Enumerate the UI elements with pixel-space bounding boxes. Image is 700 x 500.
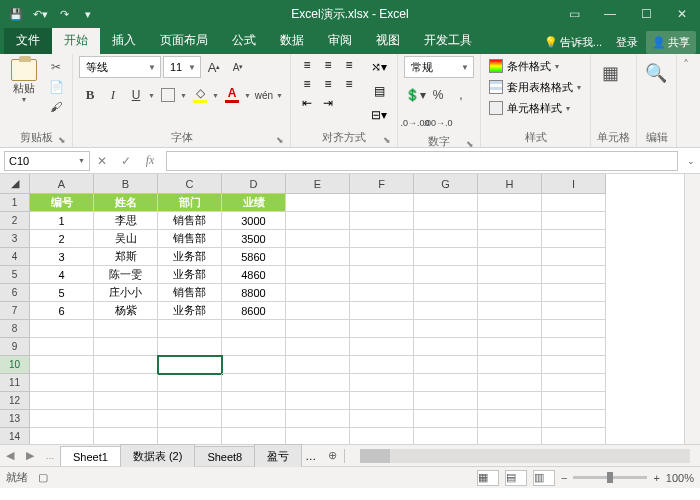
cell[interactable]: 4860 [222, 266, 286, 284]
row-header[interactable]: 9 [0, 338, 30, 356]
cell[interactable]: 6 [30, 302, 94, 320]
redo-icon[interactable]: ↷ [54, 4, 74, 24]
cell[interactable] [542, 284, 606, 302]
cell[interactable] [286, 320, 350, 338]
sheet-tab[interactable]: Sheet1 [60, 446, 121, 466]
cell[interactable]: 2 [30, 230, 94, 248]
col-header[interactable]: D [222, 174, 286, 194]
cell[interactable] [414, 302, 478, 320]
zoom-in-icon[interactable]: + [653, 472, 659, 484]
format-table-button[interactable]: 套用表格格式▾ [487, 77, 583, 97]
cell[interactable] [350, 212, 414, 230]
cell[interactable] [414, 248, 478, 266]
cell[interactable] [222, 338, 286, 356]
row-header[interactable]: 8 [0, 320, 30, 338]
tab-formulas[interactable]: 公式 [220, 28, 268, 54]
sheet-tab[interactable]: 盈亏 [254, 444, 302, 467]
tab-file[interactable]: 文件 [4, 28, 52, 54]
cell[interactable]: 业务部 [158, 302, 222, 320]
macro-record-icon[interactable]: ▢ [38, 471, 48, 484]
cell[interactable]: 吴山 [94, 230, 158, 248]
cell[interactable] [414, 284, 478, 302]
grow-font-icon[interactable]: A▴ [203, 56, 225, 78]
cell[interactable] [158, 428, 222, 444]
col-header[interactable]: G [414, 174, 478, 194]
cell[interactable] [542, 410, 606, 428]
minimize-icon[interactable]: — [592, 0, 628, 28]
zoom-level[interactable]: 100% [666, 472, 694, 484]
cell[interactable] [30, 410, 94, 428]
share-button[interactable]: 👤共享 [646, 31, 696, 54]
cell[interactable] [478, 248, 542, 266]
sheet-tab[interactable]: 数据表 (2) [120, 444, 196, 467]
cell[interactable] [350, 266, 414, 284]
currency-button[interactable]: 💲▾ [404, 84, 426, 106]
row-header[interactable]: 11 [0, 374, 30, 392]
tell-me[interactable]: 💡告诉我... [538, 31, 608, 54]
cell[interactable] [286, 194, 350, 212]
cell[interactable] [30, 428, 94, 444]
tab-view[interactable]: 视图 [364, 28, 412, 54]
cell[interactable] [542, 356, 606, 374]
sheet-tab[interactable]: Sheet8 [194, 446, 255, 466]
row-header[interactable]: 3 [0, 230, 30, 248]
zoom-slider[interactable] [573, 476, 647, 479]
close-icon[interactable]: ✕ [664, 0, 700, 28]
cell[interactable]: 1 [30, 212, 94, 230]
cell[interactable] [350, 320, 414, 338]
cell[interactable] [222, 392, 286, 410]
number-format-combo[interactable]: 常规▼ [404, 56, 474, 78]
wrap-text-button[interactable]: ▤ [367, 80, 391, 102]
cell[interactable]: 庄小小 [94, 284, 158, 302]
tab-review[interactable]: 审阅 [316, 28, 364, 54]
sheet-nav-next-icon[interactable]: ▶ [20, 449, 40, 462]
cell[interactable] [542, 320, 606, 338]
align-bottom-icon[interactable]: ≡ [339, 56, 359, 74]
cell[interactable] [286, 266, 350, 284]
cell[interactable] [542, 428, 606, 444]
cell[interactable]: 业务部 [158, 266, 222, 284]
cell[interactable] [414, 428, 478, 444]
cell[interactable] [286, 392, 350, 410]
row-header[interactable]: 2 [0, 212, 30, 230]
cell[interactable] [286, 356, 350, 374]
cell[interactable] [414, 410, 478, 428]
cell[interactable] [222, 410, 286, 428]
cell[interactable] [286, 230, 350, 248]
row-header[interactable]: 13 [0, 410, 30, 428]
select-all-corner[interactable]: ◢ [0, 174, 30, 194]
cell[interactable] [414, 392, 478, 410]
ribbon-options-icon[interactable]: ▭ [556, 0, 592, 28]
percent-button[interactable]: % [427, 84, 449, 106]
copy-icon[interactable]: 📄 [46, 78, 66, 96]
cell[interactable] [158, 374, 222, 392]
cell[interactable]: 陈一雯 [94, 266, 158, 284]
maximize-icon[interactable]: ☐ [628, 0, 664, 28]
cell[interactable] [94, 356, 158, 374]
row-header[interactable]: 1 [0, 194, 30, 212]
cell[interactable] [30, 338, 94, 356]
cell[interactable] [414, 356, 478, 374]
italic-button[interactable]: I [102, 84, 124, 106]
cell[interactable] [94, 392, 158, 410]
cancel-formula-icon[interactable]: ✕ [90, 151, 114, 171]
cell[interactable]: 8800 [222, 284, 286, 302]
cell[interactable] [350, 230, 414, 248]
cell[interactable] [350, 374, 414, 392]
paste-button[interactable]: 粘贴 ▼ [6, 56, 42, 104]
cell[interactable] [478, 428, 542, 444]
row-header[interactable]: 4 [0, 248, 30, 266]
cell[interactable] [286, 248, 350, 266]
phonetic-button[interactable]: wén [253, 84, 275, 106]
shrink-font-icon[interactable]: A▾ [227, 56, 249, 78]
cell[interactable] [542, 194, 606, 212]
vertical-scrollbar[interactable] [684, 174, 700, 444]
enter-formula-icon[interactable]: ✓ [114, 151, 138, 171]
row-header[interactable]: 7 [0, 302, 30, 320]
cell[interactable] [222, 356, 286, 374]
row-header[interactable]: 14 [0, 428, 30, 444]
orientation-button[interactable]: ⤭▾ [367, 56, 391, 78]
add-sheet-icon[interactable]: ⊕ [320, 449, 344, 462]
cell[interactable] [286, 428, 350, 444]
fill-color-button[interactable]: ◇ [189, 84, 211, 106]
